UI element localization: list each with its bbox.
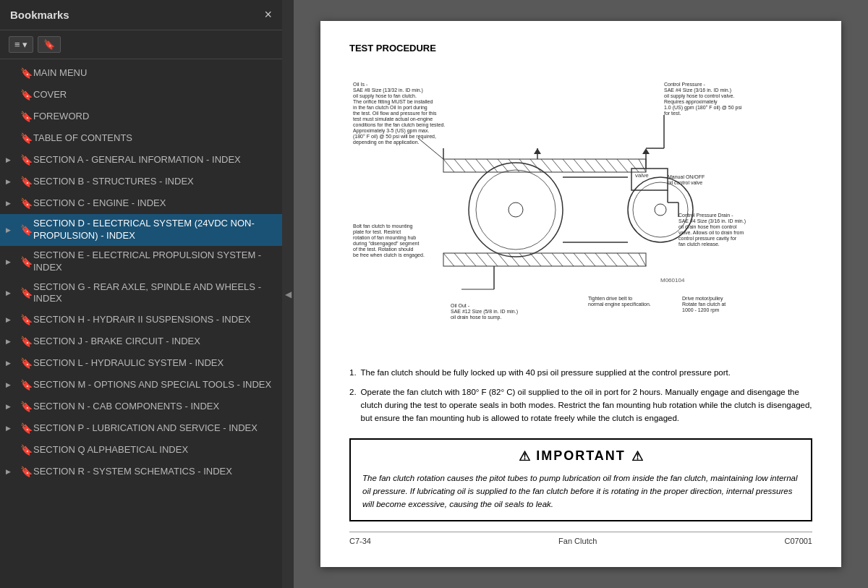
sidebar-toggle[interactable]: ◀	[282, 0, 294, 588]
svg-line-51	[563, 159, 574, 172]
bookmark-label: SECTION E - ELECTRICAL PROPULSION SYSTEM…	[33, 250, 275, 274]
svg-line-56	[617, 159, 628, 172]
bookmark-button[interactable]: 🔖	[38, 36, 61, 53]
important-box: ⚠ IMPORTANT ⚠ The fan clutch rotation ca…	[349, 438, 812, 521]
sidebar-item-section-a[interactable]: ▶🔖SECTION A - GENERAL INFORMATION - INDE…	[0, 149, 282, 171]
svg-text:SAE #4 Size (3/16 in. ID min.): SAE #4 Size (3/16 in. ID min.)	[678, 218, 746, 224]
svg-point-81	[509, 203, 523, 217]
sidebar-item-section-r[interactable]: ▶🔖SECTION R - SYSTEM SCHEMATICS - INDEX	[0, 461, 282, 482]
svg-text:Bolt fan clutch to mounting: Bolt fan clutch to mounting	[353, 223, 413, 229]
bookmark-icon: 🔖	[20, 444, 30, 456]
svg-text:plate for test. Restrict: plate for test. Restrict	[353, 229, 401, 235]
expand-arrow-icon: ▶	[6, 425, 17, 432]
svg-line-54	[595, 159, 606, 172]
bookmark-icon: 🔖	[20, 357, 30, 369]
svg-point-80	[476, 170, 556, 250]
sidebar-item-section-n[interactable]: ▶🔖SECTION N - CAB COMPONENTS - INDEX	[0, 396, 282, 417]
bookmark-label: SECTION H - HYDRAIR II SUSPENSIONS - IND…	[33, 314, 275, 326]
svg-text:Manual ON/OFF: Manual ON/OFF	[668, 174, 705, 179]
svg-text:(180° F oil) @ 50 psi will be : (180° F oil) @ 50 psi will be required,	[353, 134, 436, 140]
bookmark-icon: 🔖	[20, 336, 30, 347]
svg-line-64	[487, 253, 498, 266]
svg-marker-98	[642, 148, 650, 154]
svg-line-68	[530, 253, 541, 266]
main-content: TEST PROCEDURE Oil Is - SAE #8 Size (13/…	[294, 0, 868, 588]
numbered-list: 1. The fan clutch should be fully locked…	[349, 366, 812, 425]
expand-arrow-icon: ▾	[22, 39, 27, 50]
svg-line-41	[454, 159, 465, 172]
svg-point-82	[628, 177, 693, 242]
svg-text:valve. Allows oil to drain fro: valve. Allows oil to drain from	[678, 230, 744, 235]
svg-text:Rotate fan clutch at: Rotate fan clutch at	[682, 302, 726, 307]
bookmark-icon: 🔖	[20, 466, 30, 477]
svg-text:SAE #4 Size (3/16 in. ID min.): SAE #4 Size (3/16 in. ID min.)	[664, 88, 731, 93]
list-item-2: Operate the fan clutch with 180° F (82° …	[361, 385, 812, 425]
list-icon: ≡	[14, 39, 20, 50]
sidebar-item-section-m[interactable]: ▶🔖SECTION M - OPTIONS AND SPECIAL TOOLS …	[0, 374, 282, 396]
warning-triangle-right: ⚠	[631, 448, 643, 464]
page-paper: TEST PROCEDURE Oil Is - SAE #8 Size (13/…	[320, 21, 841, 567]
sidebar: Bookmarks × ≡ ▾ 🔖 🔖MAIN MENU🔖COVER🔖FOREW…	[0, 0, 282, 588]
expand-arrow-icon: ▶	[6, 226, 17, 234]
sidebar-item-section-p[interactable]: ▶🔖SECTION P - LUBRICATION AND SERVICE - …	[0, 417, 282, 439]
svg-text:for test.: for test.	[664, 111, 681, 116]
expand-arrow-icon: ▶	[6, 178, 17, 185]
svg-line-73	[584, 253, 595, 266]
sidebar-item-cover[interactable]: 🔖COVER	[0, 84, 282, 106]
bookmark-list: 🔖MAIN MENU🔖COVER🔖FOREWORD🔖TABLE OF CONTE…	[0, 59, 282, 588]
bookmark-icon: 🔖	[20, 197, 30, 209]
bookmark-icon: 🔖	[20, 379, 30, 391]
bookmark-icon: 🔖	[43, 39, 55, 50]
svg-text:Approximately 3-5 (US) gpm max: Approximately 3-5 (US) gpm max.	[353, 128, 429, 134]
sidebar-item-section-d[interactable]: ▶🔖SECTION D - ELECTRICAL SYSTEM (24VDC N…	[0, 214, 282, 246]
sidebar-item-section-g[interactable]: ▶🔖SECTION G - REAR AXLE, SPINDLE AND WHE…	[0, 278, 282, 310]
sidebar-item-section-l[interactable]: ▶🔖SECTION L - HYDRAULIC SYSTEM - INDEX	[0, 352, 282, 374]
svg-line-52	[574, 159, 584, 172]
svg-line-78	[639, 253, 646, 266]
expand-arrow-icon: ▶	[6, 200, 17, 207]
svg-text:the test. Oil flow and pressur: the test. Oil flow and pressure for this	[353, 111, 437, 116]
sidebar-item-section-q[interactable]: 🔖SECTION Q ALPHABETICAL INDEX	[0, 439, 282, 461]
close-button[interactable]: ×	[264, 7, 272, 22]
bookmark-label: SECTION L - HYDRAULIC SYSTEM - INDEX	[33, 357, 275, 370]
svg-line-43	[476, 159, 487, 172]
technical-diagram: Oil Is - SAE #8 Size (13/32 in. ID min.)…	[349, 65, 812, 354]
svg-line-61	[454, 253, 465, 266]
sidebar-item-section-j[interactable]: ▶🔖SECTION J - BRAKE CIRCUIT - INDEX	[0, 331, 282, 352]
svg-text:Tighten drive belt to: Tighten drive belt to	[588, 296, 632, 302]
bookmark-label: FOREWORD	[33, 111, 275, 123]
svg-text:oil control valve: oil control valve	[668, 180, 702, 185]
svg-text:normal engine specification.: normal engine specification.	[588, 302, 651, 307]
svg-text:Oil Out -: Oil Out -	[451, 303, 470, 308]
svg-text:Requires approximately: Requires approximately	[664, 99, 718, 105]
svg-text:depending on the application.: depending on the application.	[353, 140, 420, 145]
expand-arrow-icon: ▶	[6, 468, 17, 475]
bookmark-icon: 🔖	[20, 176, 30, 187]
svg-line-69	[541, 253, 552, 266]
bookmark-label: SECTION G - REAR AXLE, SPINDLE AND WHEEL…	[33, 281, 275, 306]
sidebar-item-toc[interactable]: 🔖TABLE OF CONTENTS	[0, 127, 282, 149]
diagram-area: Oil Is - SAE #8 Size (13/32 in. ID min.)…	[349, 65, 812, 354]
expand-all-button[interactable]: ≡ ▾	[9, 36, 33, 53]
svg-text:Oil Is -: Oil Is -	[353, 82, 368, 87]
svg-text:conditions for the fan clutch : conditions for the fan clutch being test…	[353, 122, 445, 128]
page-footer: C7-34 Fan Clutch C07001	[349, 532, 812, 545]
svg-marker-97	[534, 148, 541, 154]
sidebar-item-section-b[interactable]: ▶🔖SECTION B - STRUCTURES - INDEX	[0, 171, 282, 192]
warning-triangle-left: ⚠	[519, 448, 530, 464]
bookmark-label: SECTION Q ALPHABETICAL INDEX	[33, 444, 275, 456]
svg-line-63	[476, 253, 487, 266]
sidebar-item-section-e[interactable]: ▶🔖SECTION E - ELECTRICAL PROPULSION SYST…	[0, 246, 282, 278]
svg-text:SAE #12 Size (5/8 in. ID min.): SAE #12 Size (5/8 in. ID min.)	[451, 309, 518, 315]
svg-line-99	[418, 138, 443, 159]
svg-text:be free when clutch is engaged: be free when clutch is engaged.	[353, 252, 425, 258]
svg-line-44	[487, 159, 498, 172]
sidebar-item-main-menu[interactable]: 🔖MAIN MENU	[0, 62, 282, 84]
sidebar-item-section-h[interactable]: ▶🔖SECTION H - HYDRAIR II SUSPENSIONS - I…	[0, 309, 282, 331]
sidebar-title: Bookmarks	[10, 9, 69, 21]
bookmark-icon: 🔖	[20, 224, 30, 236]
svg-line-70	[552, 253, 563, 266]
svg-line-50	[552, 159, 563, 172]
sidebar-item-section-c[interactable]: ▶🔖SECTION C - ENGINE - INDEX	[0, 192, 282, 214]
sidebar-item-foreword[interactable]: 🔖FOREWORD	[0, 106, 282, 127]
